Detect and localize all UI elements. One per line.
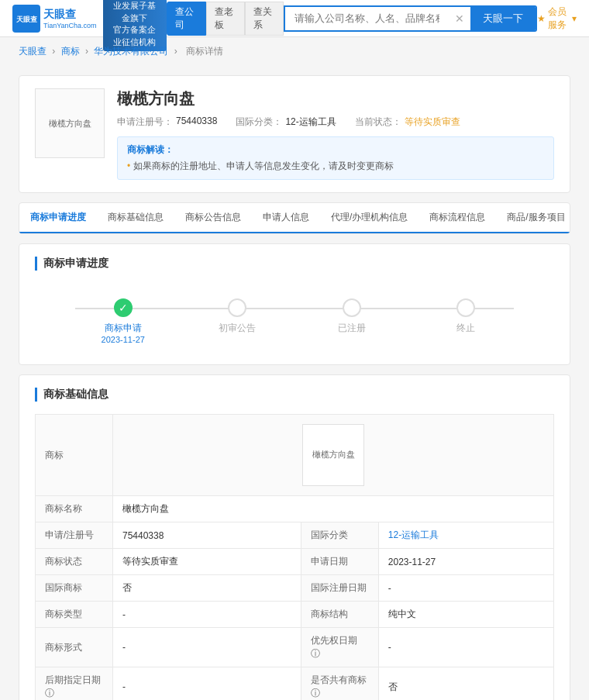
breadcrumb-company[interactable]: 华为技术有限公司 bbox=[94, 46, 168, 57]
label-cell: 后期指定日期 ⓘ bbox=[36, 667, 113, 701]
table-row: 商标类型-商标结构纯中文 bbox=[36, 602, 554, 628]
node-circle: ✓ bbox=[114, 298, 133, 317]
tab-商标公告信息[interactable]: 商标公告信息 bbox=[174, 203, 252, 233]
value-cell: - bbox=[113, 628, 301, 667]
label-cell: 商标名称 bbox=[36, 496, 113, 522]
progress-title: 商标申请进度 bbox=[35, 257, 554, 271]
table-row: 商标橄榄方向盘 bbox=[36, 415, 554, 496]
table-row: 国际商标否国际注册日期- bbox=[36, 575, 554, 602]
progress-node-终止: 终止 bbox=[409, 298, 524, 344]
info-table: 商标橄榄方向盘商标名称橄榄方向盘申请/注册号75440338国际分类12-运输工… bbox=[35, 414, 554, 700]
search-button[interactable]: 天眼一下 bbox=[470, 7, 536, 30]
tab-navigation: 商标申请进度商标基础信息商标公告信息申请人信息代理/办理机构信息商标流程信息商品… bbox=[19, 202, 570, 234]
tab-商标基础信息[interactable]: 商标基础信息 bbox=[97, 203, 174, 233]
value-cell: 纯中文 bbox=[378, 602, 553, 628]
progress-node-已注册: 已注册 bbox=[294, 298, 409, 344]
search-input[interactable] bbox=[285, 8, 449, 29]
progress-wrap: ✓商标申请2023-11-27初审公告已注册终止 bbox=[35, 283, 554, 352]
node-circle bbox=[343, 298, 361, 317]
chevron-icon: ▾ bbox=[572, 13, 577, 24]
label-cell: 商标状态 bbox=[36, 549, 113, 575]
node-label: 已注册 bbox=[338, 322, 366, 335]
value-cell: - bbox=[113, 667, 301, 701]
progress-node-商标申请: ✓商标申请2023-11-27 bbox=[66, 298, 181, 344]
label-cell: 申请/注册号 bbox=[36, 522, 113, 549]
header-right: ★ 会员服务 ▾ bbox=[537, 5, 577, 32]
node-circle bbox=[456, 298, 475, 317]
tab-relation[interactable]: 查关系 bbox=[245, 2, 284, 36]
label-cell: 优先权日期 ⓘ bbox=[301, 628, 378, 667]
trademark-header: 橄榄方向盘 橄榄方向盘 申请注册号： 75440338 国际分类： 12-运输工… bbox=[35, 88, 554, 180]
node-label: 商标申请 bbox=[105, 322, 142, 335]
node-circle bbox=[228, 298, 246, 317]
logo-area[interactable]: 天眼查 天眼查 TianYanCha.com bbox=[12, 5, 97, 33]
label-cell: 国际商标 bbox=[36, 575, 113, 602]
table-row: 商标形式-优先权日期 ⓘ- bbox=[36, 628, 554, 667]
progress-nodes: ✓商标申请2023-11-27初审公告已注册终止 bbox=[66, 298, 523, 344]
trademark-name: 橄榄方向盘 bbox=[117, 88, 554, 109]
star-icon: ★ bbox=[537, 13, 546, 24]
member-button[interactable]: ★ 会员服务 ▾ bbox=[537, 5, 577, 32]
meta-intl-class: 国际分类： 12-运输工具 bbox=[236, 116, 336, 129]
tab-代理/办理机构信息[interactable]: 代理/办理机构信息 bbox=[320, 203, 418, 233]
label-cell: 商标类型 bbox=[36, 602, 113, 628]
search-tabs: 查公司 查老板 查关系 bbox=[167, 2, 284, 36]
trademark-info: 橄榄方向盘 申请注册号： 75440338 国际分类： 12-运输工具 当前状态… bbox=[117, 88, 554, 180]
trademark-notice: 商标解读： 如果商标的注册地址、申请人等信息发生变化，请及时变更商标 bbox=[117, 136, 554, 180]
main-content: 橄榄方向盘 橄榄方向盘 申请注册号： 75440338 国际分类： 12-运输工… bbox=[0, 66, 589, 700]
tab-申请人信息[interactable]: 申请人信息 bbox=[252, 203, 320, 233]
label-cell: 商标结构 bbox=[301, 602, 378, 628]
progress-section: 商标申请进度 ✓商标申请2023-11-27初审公告已注册终止 bbox=[19, 243, 570, 365]
value-cell: 否 bbox=[378, 667, 553, 701]
table-row: 后期指定日期 ⓘ-是否共有商标 ⓘ否 bbox=[36, 667, 554, 701]
trademark-image-box: 橄榄方向盘 bbox=[302, 424, 364, 486]
header-left: 天眼查 天眼查 TianYanCha.com 国家中小企业发展子基金旗下 官方备… bbox=[12, 0, 167, 51]
table-row: 商标状态等待实质审查申请日期2023-11-27 bbox=[36, 549, 554, 575]
label-cell: 是否共有商标 ⓘ bbox=[301, 667, 378, 701]
node-label: 初审公告 bbox=[219, 322, 256, 335]
tab-boss[interactable]: 查老板 bbox=[206, 2, 245, 36]
tab-商标申请进度[interactable]: 商标申请进度 bbox=[19, 203, 97, 233]
trademark-img-cell: 橄榄方向盘 bbox=[113, 415, 554, 496]
table-row: 商标名称橄榄方向盘 bbox=[36, 496, 554, 522]
trademark-meta: 申请注册号： 75440338 国际分类： 12-运输工具 当前状态： 等待实质… bbox=[117, 116, 554, 129]
tab-商品/服务项目[interactable]: 商品/服务项目 bbox=[496, 203, 570, 233]
meta-status: 当前状态： 等待实质审查 bbox=[355, 116, 460, 129]
header: 天眼查 天眼查 TianYanCha.com 国家中小企业发展子基金旗下 官方备… bbox=[0, 0, 589, 37]
search-input-wrap: ✕ 天眼一下 bbox=[284, 5, 537, 32]
breadcrumb-current: 商标详情 bbox=[186, 46, 223, 57]
trademark-image-text: 橄榄方向盘 bbox=[49, 117, 91, 130]
trademark-image: 橄榄方向盘 bbox=[35, 88, 105, 158]
value-cell[interactable]: 12-运输工具 bbox=[378, 522, 553, 549]
label-cell: 商标形式 bbox=[36, 628, 113, 667]
basic-info-section: 商标基础信息 商标橄榄方向盘商标名称橄榄方向盘申请/注册号75440338国际分… bbox=[19, 374, 570, 700]
value-cell: 否 bbox=[113, 575, 301, 602]
label-cell: 国际注册日期 bbox=[301, 575, 378, 602]
logo-text: 天眼查 TianYanCha.com bbox=[43, 8, 97, 29]
value-cell: 75440338 bbox=[113, 522, 301, 549]
tab-商标流程信息[interactable]: 商标流程信息 bbox=[418, 203, 496, 233]
breadcrumb-trademark[interactable]: 商标 bbox=[61, 46, 80, 57]
value-cell: - bbox=[378, 628, 553, 667]
node-label: 终止 bbox=[456, 322, 475, 335]
label-cell: 申请日期 bbox=[301, 549, 378, 575]
progress-node-初审公告: 初审公告 bbox=[181, 298, 295, 344]
breadcrumb-home[interactable]: 天眼查 bbox=[19, 46, 46, 57]
promo-banner[interactable]: 国家中小企业发展子基金旗下 官方备案企业征信机构 bbox=[103, 0, 167, 51]
label-cell: 国际分类 bbox=[301, 522, 378, 549]
value-cell: 等待实质审查 bbox=[113, 549, 301, 575]
tab-nav-inner: 商标申请进度商标基础信息商标公告信息申请人信息代理/办理机构信息商标流程信息商品… bbox=[19, 203, 570, 233]
trademark-card: 橄榄方向盘 橄榄方向盘 申请注册号： 75440338 国际分类： 12-运输工… bbox=[19, 75, 570, 193]
label-cell: 商标 bbox=[36, 415, 113, 496]
search-area: 查公司 查老板 查关系 ✕ 天眼一下 bbox=[167, 2, 537, 36]
clear-icon[interactable]: ✕ bbox=[449, 12, 470, 25]
value-cell: - bbox=[378, 575, 553, 602]
value-cell: - bbox=[113, 602, 301, 628]
svg-text:天眼查: 天眼查 bbox=[16, 16, 37, 23]
value-cell: 2023-11-27 bbox=[378, 549, 553, 575]
meta-reg-no: 申请注册号： 75440338 bbox=[117, 116, 217, 129]
table-row: 申请/注册号75440338国际分类12-运输工具 bbox=[36, 522, 554, 549]
tab-company[interactable]: 查公司 bbox=[167, 2, 205, 36]
node-date: 2023-11-27 bbox=[102, 335, 145, 344]
value-cell: 橄榄方向盘 bbox=[113, 496, 554, 522]
